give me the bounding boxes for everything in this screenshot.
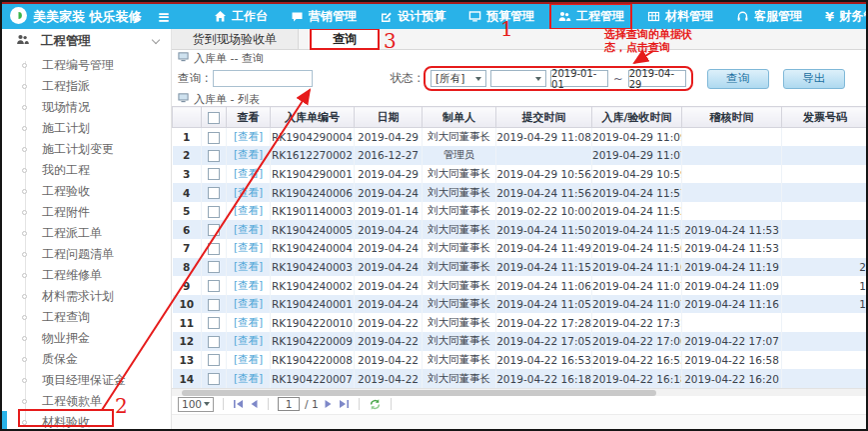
chevron-down-icon (204, 402, 210, 406)
view-link[interactable]: [查看] (234, 130, 263, 142)
sidebar-item[interactable]: 质保金 (2, 349, 171, 370)
row-checkbox[interactable] (208, 317, 220, 329)
export-button[interactable]: 导出 (783, 69, 845, 89)
cell-submit-time: 2019-02-22 10:00 (496, 202, 592, 221)
search-button[interactable]: 查询 (707, 69, 769, 89)
first-page-button[interactable] (233, 399, 244, 409)
next-page-button[interactable] (324, 399, 334, 409)
table-row: 13 [查看] RK1904220008 2019-04-22 刘大同董事长 2… (173, 351, 867, 370)
sidebar-item[interactable]: 物业押金 (2, 328, 171, 349)
row-checkbox[interactable] (208, 187, 220, 199)
cell-audit-time: 2019-04-24 11:53 (682, 220, 782, 239)
cell-inbound-time: 2019-04-22 16:53 (592, 351, 682, 370)
sidebar-item[interactable]: 工程验收 (2, 181, 171, 202)
sidebar-item[interactable]: 工程附件 (2, 202, 171, 223)
refresh-icon[interactable] (369, 398, 382, 411)
view-link[interactable]: [查看] (234, 186, 263, 198)
cell-submit-time: 2019-04-24 11:15 (496, 258, 592, 277)
row-checkbox[interactable] (208, 132, 220, 144)
header-order-code: 入库单编号 (271, 107, 355, 128)
sidebar-item[interactable]: 施工计划变更 (2, 139, 171, 160)
query-input[interactable] (213, 70, 313, 87)
cell-audit-time: 2019-04-22 16:20 (682, 369, 782, 388)
view-link[interactable]: [查看] (234, 223, 263, 235)
nav-item-budget[interactable]: 预算管理 (462, 5, 540, 28)
view-link[interactable]: [查看] (234, 334, 263, 346)
cell-order-code: RK1612270002 (271, 146, 355, 165)
page-size-select[interactable]: 100 (178, 397, 214, 412)
cell-submit-time: 2019-04-24 11:49 (496, 239, 592, 258)
row-checkbox[interactable] (208, 299, 220, 311)
cell-maker: 刘大同董事长 (423, 369, 496, 388)
nav-item-workbench[interactable]: 工作台 (208, 5, 274, 28)
scrollbar-thumb[interactable] (182, 390, 656, 396)
hamburger-menu-icon[interactable]: ≡ (158, 8, 171, 26)
view-link[interactable]: [查看] (234, 297, 263, 309)
view-link[interactable]: [查看] (234, 316, 263, 328)
sidebar-item[interactable]: 材料验收 (2, 412, 171, 431)
bullet-icon (22, 63, 27, 68)
sidebar-item[interactable]: 工程查询 (2, 307, 171, 328)
bullet-icon (22, 231, 27, 236)
sidebar: 工程管理 工程编号管理 工程指派 现场情况 (2, 29, 172, 429)
nav-item-customer-service[interactable]: 客服管理 (730, 5, 808, 28)
bullet-icon (22, 273, 27, 278)
sidebar-header-engineering[interactable]: 工程管理 (2, 29, 171, 53)
cell-submit-time: 2019-04-22 17:28 (496, 313, 592, 332)
sidebar-item[interactable]: 工程领款单 (2, 391, 171, 412)
cell-order-code: RK1901140003 (271, 202, 355, 221)
view-link[interactable]: [查看] (234, 167, 263, 179)
view-link[interactable]: [查看] (234, 372, 263, 384)
nav-item-materials[interactable]: 材料管理 (641, 5, 719, 28)
date-from-input[interactable]: 2019-01-01 (550, 70, 608, 87)
row-checkbox[interactable] (208, 206, 220, 218)
top-navigation-bar: 美美家装 快乐装修 ≡ 工作台 营销管理 设计预算 预算管理 工程管理 (2, 4, 866, 29)
sidebar-item[interactable]: 工程指派 (2, 76, 171, 97)
row-number: 1 (173, 128, 202, 147)
nav-item-design-budget[interactable]: 设计预算 (374, 5, 451, 28)
row-checkbox[interactable] (208, 150, 220, 162)
status-select[interactable]: [所有] (431, 70, 486, 87)
last-page-button[interactable] (339, 399, 350, 409)
view-link[interactable]: [查看] (234, 260, 263, 272)
view-link[interactable]: [查看] (234, 204, 263, 216)
row-checkbox[interactable] (208, 336, 220, 348)
tab-goods-acceptance[interactable]: 货到现场验收单 (172, 29, 299, 49)
tab-query[interactable]: 查询 (311, 29, 379, 49)
view-link[interactable]: [查看] (234, 279, 263, 291)
select-all-checkbox[interactable] (208, 112, 220, 124)
cell-inbound-time: 2019-04-24 11:16 (592, 258, 682, 277)
row-checkbox[interactable] (208, 354, 220, 366)
row-checkbox[interactable] (208, 373, 220, 385)
row-checkbox[interactable] (208, 280, 220, 292)
cell-date: 2019-04-24 (355, 258, 423, 277)
sidebar-item[interactable]: 现场情况 (2, 97, 171, 118)
view-link[interactable]: [查看] (234, 148, 263, 160)
view-link[interactable]: [查看] (234, 353, 263, 365)
cell-submit-time: 2019-04-24 11:50 (496, 220, 592, 239)
view-link[interactable]: [查看] (234, 241, 263, 253)
sidebar-item[interactable]: 工程派工单 (2, 223, 171, 244)
prev-page-button[interactable] (249, 399, 259, 409)
sidebar-item[interactable]: 工程问题清单 (2, 244, 171, 265)
sidebar-item[interactable]: 材料需求计划 (2, 286, 171, 307)
cell-inbound-time: 2019-04-24 11:07 (592, 276, 682, 295)
cell-date: 2019-04-24 (355, 183, 423, 202)
date-range-separator: ~ (613, 72, 623, 86)
sidebar-item[interactable]: 施工计划 (2, 118, 171, 139)
cell-inbound-time: 2019-04-24 11:52 (592, 202, 682, 221)
nav-item-marketing[interactable]: 营销管理 (285, 5, 363, 28)
row-checkbox[interactable] (208, 243, 220, 255)
nav-item-engineering[interactable]: 工程管理 (551, 5, 630, 28)
sidebar-item[interactable]: 工程编号管理 (2, 55, 171, 76)
nav-item-finance[interactable]: ¥ 财务管理 (819, 5, 866, 28)
row-checkbox[interactable] (208, 261, 220, 273)
sidebar-item[interactable]: 项目经理保证金 (2, 370, 171, 391)
current-page-input[interactable]: 1 (278, 397, 300, 411)
row-checkbox[interactable] (208, 224, 220, 236)
sidebar-item[interactable]: 我的工程 (2, 160, 171, 181)
date-to-input[interactable]: 2019-04-29 (628, 70, 686, 87)
status-select-secondary[interactable] (490, 70, 546, 87)
row-checkbox[interactable] (208, 168, 220, 180)
sidebar-item[interactable]: 工程维修单 (2, 265, 171, 286)
